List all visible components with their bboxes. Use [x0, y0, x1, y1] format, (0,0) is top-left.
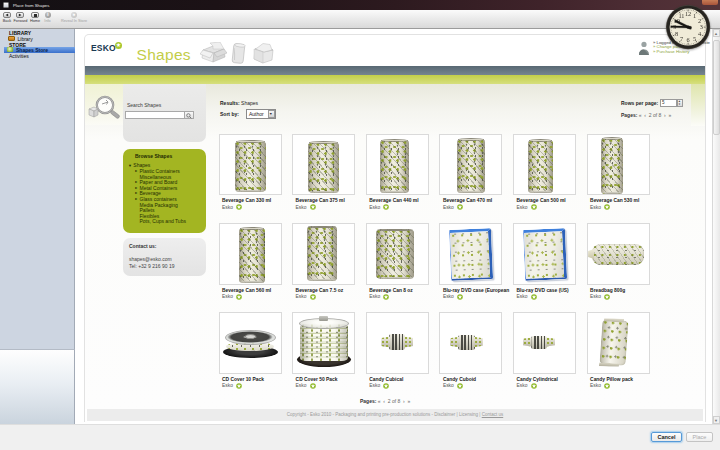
svg-text:8: 8	[675, 30, 678, 37]
svg-text:6: 6	[686, 36, 689, 43]
svg-text:11: 11	[678, 12, 684, 19]
svg-text:12: 12	[685, 10, 691, 17]
svg-text:7: 7	[680, 35, 683, 42]
svg-text:5: 5	[693, 35, 696, 42]
svg-text:1: 1	[693, 12, 696, 19]
